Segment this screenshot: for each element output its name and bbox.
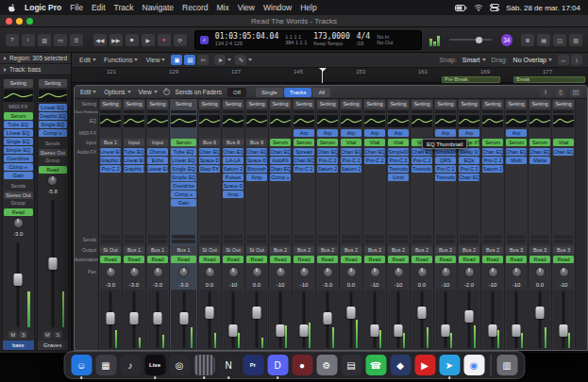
app-navy-icon[interactable]: ◆ <box>390 355 411 375</box>
list-editors-icon[interactable]: ≣ <box>521 34 534 46</box>
zoom-horizontal-icon[interactable]: ↔ <box>558 55 569 65</box>
channel-setting-button[interactable]: Setting <box>100 100 121 108</box>
scissors-tool-icon[interactable]: ✂ <box>197 55 209 65</box>
sends-slot[interactable] <box>245 234 268 245</box>
eq-thumbnail[interactable] <box>505 114 528 128</box>
sends-slot[interactable] <box>340 234 362 245</box>
midi-fx-arp[interactable]: Arp <box>341 129 361 137</box>
audio-fx-slot[interactable]: Space D <box>223 182 244 190</box>
audio-fx-slot[interactable]: Chan EQ <box>223 148 244 156</box>
finder-icon[interactable]: ☺ <box>71 355 92 375</box>
mixer-channel[interactable]: SettingArpVitalSimpleDlyPro-C 2TremoloLi… <box>387 99 411 350</box>
mute-button[interactable]: M <box>8 331 17 339</box>
pan-knob[interactable] <box>363 264 386 280</box>
menubar-item-window[interactable]: Window <box>263 3 292 12</box>
solo-button[interactable]: S <box>19 331 27 339</box>
audio-fx-slot[interactable]: Tube EQ <box>171 148 196 156</box>
output-chip[interactable]: Bus 2 <box>482 246 503 254</box>
battery-icon[interactable] <box>455 5 467 11</box>
input-chip[interactable]: Vital <box>364 139 385 146</box>
automation-mode[interactable]: Read <box>505 255 528 264</box>
midi-fx-arp[interactable]: Arp <box>435 129 456 137</box>
pan-knob[interactable] <box>146 264 169 280</box>
output-slot[interactable]: Bus 2 <box>269 245 292 255</box>
automation-mode[interactable]: Read <box>245 255 268 264</box>
sends-slot[interactable] <box>505 234 528 245</box>
play-button[interactable]: ▶ <box>142 34 155 46</box>
lcd-display[interactable]: ♪ 01:03:05:04.04134 2 4 129 1 1 1 1384 1… <box>194 30 422 50</box>
automation-mode[interactable]: Read <box>340 255 362 264</box>
input-chip[interactable]: Input <box>147 139 168 146</box>
midi-fx-arp[interactable]: Arp <box>317 129 338 137</box>
midi-fx-slot[interactable] <box>481 128 504 138</box>
sends-slot[interactable] <box>552 234 575 245</box>
input-slot[interactable]: Vital <box>387 138 410 147</box>
audio-fx-slot[interactable]: Limit <box>388 174 409 181</box>
channel-strip[interactable]: SettingMIDI FXSerumTube EQLinear EQSingl… <box>2 77 35 351</box>
mixer-channel[interactable]: SettingArpSurge XTSimpleDlyQRSPro-C 2Tre… <box>434 99 458 350</box>
sends-on-faders-value[interactable]: Off <box>227 88 246 97</box>
music-icon[interactable]: ♪ <box>120 355 141 375</box>
mixer-channel[interactable]: SettingSerumChan EQAutoFltChan EQComp »B… <box>269 99 293 350</box>
fader-cap[interactable] <box>324 312 332 324</box>
midi-fx-arp[interactable]: Arp <box>364 129 385 137</box>
audio-fx-slot[interactable]: Gain <box>171 199 196 207</box>
close-window-button[interactable] <box>6 18 12 25</box>
input-slot[interactable]: Input <box>146 138 169 147</box>
sends-slot[interactable] <box>269 234 292 245</box>
mixer-channel[interactable]: SettingArpSerumChan EQMultiBus 3Read-10 <box>505 99 529 350</box>
input-chip[interactable]: Bus 8 <box>223 139 244 146</box>
master-volume-slider[interactable] <box>449 39 491 41</box>
output-slot[interactable]: Bus 1 <box>170 245 197 255</box>
channel-setting-button[interactable]: Setting <box>506 100 527 108</box>
minimize-window-button[interactable] <box>16 18 23 25</box>
output-slot[interactable]: St Out <box>99 245 122 255</box>
arrangement-marker[interactable]: Break <box>513 76 585 83</box>
midi-fx-slot[interactable] <box>123 128 145 138</box>
automation-chip[interactable]: Read <box>270 256 291 263</box>
channel-setting-button[interactable]: Setting <box>412 100 432 108</box>
output-slot[interactable]: Bus 1 <box>146 245 169 255</box>
audio-fx-stack[interactable]: Delay DEQsPro-C 2Chan EQ <box>458 147 480 234</box>
sends-slot[interactable] <box>529 234 551 245</box>
midi-fx-slot[interactable]: Arp <box>340 128 362 138</box>
input-chip[interactable]: Serum <box>171 139 196 146</box>
smart-controls-icon[interactable]: ▭ <box>54 34 67 46</box>
automation-chip[interactable]: Read <box>147 256 168 263</box>
control-center-icon[interactable] <box>490 4 499 11</box>
catch-playhead-icon[interactable]: ▣ <box>171 55 182 65</box>
browsers-icon[interactable]: ▥ <box>569 34 582 46</box>
input-chip[interactable]: Vital <box>388 139 409 146</box>
output-chip[interactable]: Bus 2 <box>317 246 338 254</box>
automation-mode[interactable]: Read <box>552 255 575 264</box>
automation-chip[interactable]: Read <box>529 256 550 263</box>
inspector-icon[interactable]: i <box>22 34 35 46</box>
automation-chip[interactable]: Read <box>435 256 456 263</box>
fader-cap[interactable] <box>107 312 115 324</box>
audio-fx-slot[interactable]: Single EQ <box>39 121 68 128</box>
output-chip[interactable]: Bus 2 <box>294 246 314 254</box>
midi-fx-slot[interactable] <box>552 128 575 138</box>
group-slot[interactable]: Group <box>3 199 34 208</box>
drag-dropdown[interactable]: Drag: No Overlap <box>492 57 552 63</box>
audio-fx-slot[interactable]: Pulses <box>223 174 244 181</box>
audio-fx-slot[interactable]: Chan EQ <box>294 157 314 164</box>
pan-knob[interactable] <box>99 264 122 280</box>
audio-fx-slot[interactable]: Tube EQ <box>124 148 144 156</box>
sends-slot[interactable] <box>99 234 122 245</box>
lcd-tempo-mode[interactable]: Keep Tempo <box>313 41 350 46</box>
audio-fx-stack[interactable]: Chan EQSpace DBitcrushAmp <box>245 147 268 234</box>
automation-mode[interactable]: Read <box>316 255 339 264</box>
audio-fx-stack[interactable]: SpreadChan EQPro-C 2 <box>293 147 315 234</box>
input-slot[interactable]: Bus 1 <box>99 138 122 147</box>
audio-fx-slot[interactable]: Saturn 2 <box>223 165 244 173</box>
audio-fx-slot[interactable]: Amp <box>246 174 267 181</box>
volume-fader[interactable] <box>294 290 314 350</box>
pan-knob[interactable] <box>411 264 433 280</box>
eq-thumbnail[interactable] <box>269 114 292 128</box>
library-icon[interactable]: ▥ <box>38 34 51 46</box>
sends-slot[interactable] <box>293 234 315 245</box>
midi-fx-slot[interactable]: Arp <box>387 128 410 138</box>
audio-fx-slot[interactable]: Chan EQ <box>246 148 267 156</box>
output-slot[interactable]: Bus 2 <box>434 245 457 255</box>
